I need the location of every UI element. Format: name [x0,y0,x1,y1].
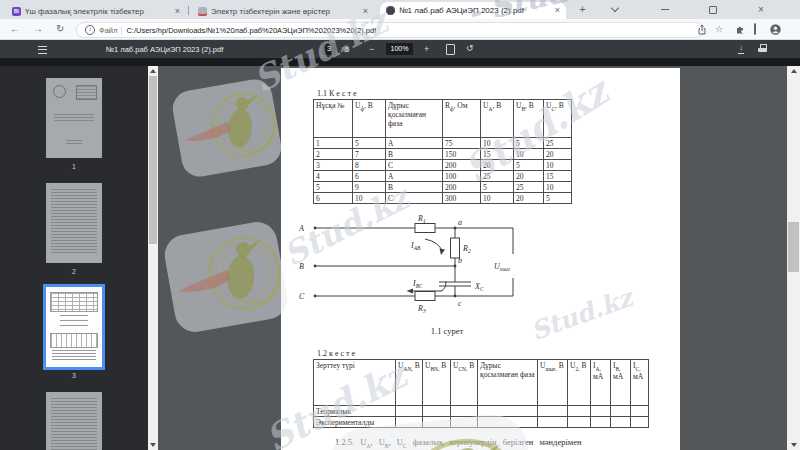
thumbnail-preview [54,114,94,123]
doc-favicon-icon [198,7,207,16]
url-scheme-label: Файл [99,26,117,35]
tab-separator [188,6,189,15]
table-row: Теориялык [314,406,649,417]
table-cell: A [386,138,443,149]
column-header: IB, мА [611,360,631,406]
page-number-input[interactable]: 3 [322,43,336,55]
scrollbar-thumb[interactable] [788,222,799,272]
table-cell: 20 [544,149,572,160]
page-info-icon[interactable]: i [85,25,95,35]
iab-current-label: IAB [410,241,421,251]
close-window-button[interactable]: × [746,0,776,19]
tab-strip: + × BiҮш фазалық электрлік тізбектер×Эле… [0,0,800,19]
scroll-up-icon[interactable] [150,69,156,73]
column-header: Uф, В [353,100,386,138]
rotate-icon[interactable]: ↺ [466,43,474,53]
table-cell [478,417,538,428]
minimize-window-button[interactable] [650,0,680,19]
page-thumbnail-2[interactable] [46,183,102,263]
scrollbar-thumb[interactable] [149,76,157,244]
header-row: Нұсқа №Uф, ВДұрыс қосылмаған фазаRф, ОмU… [314,100,572,138]
table-cell: 1 [314,138,353,149]
body-paragraph: 1.2.5. UА, UВ, UС фазалық кернеулердің б… [321,437,651,449]
column-header: UCN, В [451,360,478,406]
pdf-document-title: №1 лаб.раб АЭЦиЭП 2023 (2).pdf [106,45,223,54]
r2-label: R2 [462,244,471,254]
ibc-current-label: IBC [412,279,423,289]
pdf-menu-icon[interactable] [38,46,47,54]
table-cell [538,417,568,428]
forward-icon[interactable]: → [33,23,43,35]
browser-tab-2[interactable]: Электр тізбектерін және өрістер× [192,3,374,19]
download-icon[interactable]: ↓ [738,43,744,54]
table-row: 59B20052510 [314,182,572,193]
table-cell: C [386,160,443,171]
close-tab-icon[interactable]: × [555,6,560,15]
thumbnail-preview [50,333,98,348]
table-cell: 5 [353,138,386,149]
table-cell: 15 [544,171,572,182]
print-icon[interactable] [758,44,768,53]
header-row: Зерттеу түріUAN, ВUBN, ВUCN, ВДұрыс қосы… [314,360,649,406]
table-cell: 6 [353,171,386,182]
share-icon[interactable] [697,24,707,38]
fit-page-icon[interactable] [446,44,455,55]
page-thumbnail-1[interactable] [46,78,102,158]
table-cell [538,406,568,417]
table-cell [451,406,478,417]
side-panel-icon[interactable] [754,24,756,35]
table-cell: 25 [544,138,572,149]
table-row: 38C20020510 [314,160,572,171]
table1-caption: 1.1 К е с т е [317,89,356,98]
phase-c-label: C [299,292,305,301]
zoom-out-button[interactable]: − [369,44,374,54]
page-thumbnail-3[interactable] [46,287,102,367]
table-cell: 9 [353,182,386,193]
url-omnibox[interactable]: i Файл C:/Users/hp/Downloads/№1%20лаб.ра… [76,22,704,38]
url-separator [121,26,122,35]
table2-caption: 1.2 к е с т е [317,349,355,358]
tab-search-chevron-icon[interactable] [600,0,630,19]
table-cell [478,406,538,417]
thumbnail-preview [60,315,88,328]
zoom-in-button[interactable]: + [424,44,429,54]
table-cell: C [386,193,443,204]
scroll-down-icon[interactable] [791,443,797,447]
extensions-puzzle-icon[interactable] [735,24,745,37]
close-tab-icon[interactable]: × [175,7,180,16]
phase-b-label: B [299,262,304,271]
table-row: 27B150151020 [314,149,572,160]
close-tab-icon[interactable]: × [363,7,368,16]
scroll-down-icon[interactable] [150,443,156,447]
table-cell: B [386,182,443,193]
browser-tab-3[interactable]: №1 лаб.раб АЭЦиЭП 2023 (2).pdf× [380,2,566,19]
table-cell: 6 [314,193,353,204]
reload-icon[interactable]: ↻ [56,23,64,35]
column-header: UAN, В [396,360,423,406]
table-cell: 20 [514,193,544,204]
thumbnail-preview [50,292,98,312]
back-icon[interactable]: ← [10,23,20,35]
table-cell [568,406,591,417]
column-header: UBN, В [423,360,451,406]
bookmark-star-icon[interactable]: ☆ [715,24,723,35]
figure-caption: 1.1 сурет [341,326,553,336]
table-cell: Теориялык [314,406,396,417]
sidebar-scrollbar[interactable] [148,66,158,450]
thumbnail-preview [52,350,96,361]
scroll-up-icon[interactable] [791,69,797,73]
maximize-window-button[interactable] [698,0,728,19]
table-cell: 300 [443,193,481,204]
zoom-level-value[interactable]: 100% [386,43,413,55]
table-cell: 150 [443,149,481,160]
profile-avatar[interactable] [770,24,781,38]
page-thumbnail-4[interactable] [46,392,102,450]
toolbar-shadow [0,58,800,66]
browser-tab-1[interactable]: BiҮш фазалық электрлік тізбектер× [6,3,186,19]
table-cell: 8 [353,160,386,171]
table-cell: 10 [481,138,514,149]
table-cell: 25 [481,171,514,182]
new-tab-button[interactable]: + [576,3,589,16]
main-scrollbar[interactable] [787,66,800,450]
table-cell [423,417,451,428]
